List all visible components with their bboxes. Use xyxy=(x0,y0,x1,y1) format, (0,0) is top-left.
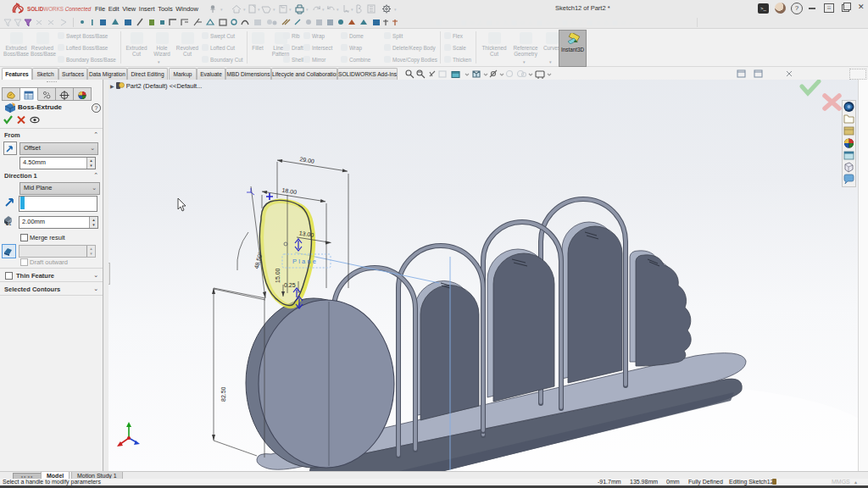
svg-text:18.00: 18.00 xyxy=(281,187,298,196)
svg-text:▾: ▾ xyxy=(220,7,223,12)
svg-text:15.00: 15.00 xyxy=(275,268,281,283)
svg-text:▾: ▾ xyxy=(289,7,292,12)
svg-text:29.00: 29.00 xyxy=(299,156,315,164)
svg-text:▾: ▾ xyxy=(243,7,246,12)
svg-text:▾: ▾ xyxy=(394,7,397,12)
svg-text:▾: ▾ xyxy=(322,7,325,12)
svg-text:D1: D1 xyxy=(6,221,12,226)
svg-text:Plane: Plane xyxy=(292,258,318,265)
svg-text:82.50: 82.50 xyxy=(220,386,226,402)
svg-text:▾: ▾ xyxy=(258,7,260,12)
svg-text:▾: ▾ xyxy=(337,7,339,12)
svg-text:▾: ▾ xyxy=(306,7,309,12)
svg-text:▾: ▾ xyxy=(273,7,275,12)
svg-text:▾: ▾ xyxy=(351,7,353,12)
svg-text:0.25: 0.25 xyxy=(284,282,296,288)
